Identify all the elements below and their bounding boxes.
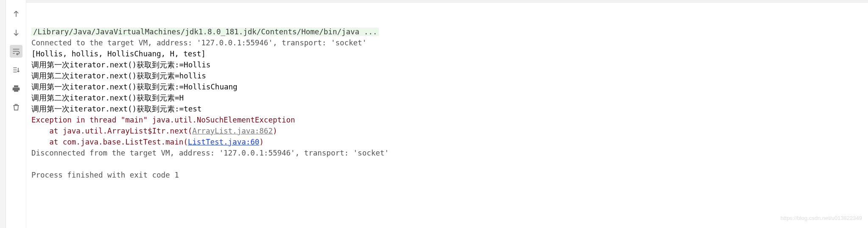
- print-button[interactable]: [10, 82, 22, 95]
- disconnected-line: Disconnected from the target VM, address…: [31, 149, 389, 157]
- trash-icon: [12, 103, 20, 111]
- scroll-to-end-icon: [12, 66, 20, 74]
- java-command-line: /Library/Java/JavaVirtualMachines/jdk1.8…: [31, 28, 379, 36]
- arrow-up-icon: [12, 10, 20, 18]
- left-stripe: [0, 0, 6, 228]
- soft-wrap-button[interactable]: [10, 45, 22, 58]
- console-gutter: [6, 0, 26, 228]
- arrow-down-icon: [12, 28, 20, 37]
- list-output: [Hollis, hollis, HollisChuang, H, test]: [31, 50, 206, 58]
- connected-line: Connected to the target VM, address: '12…: [31, 39, 367, 47]
- call-line: 调用第一次iterator.next()获取到元素:=HollisChuang: [31, 83, 238, 91]
- call-line: 调用第二次iterator.next()获取到元素=hollis: [31, 72, 206, 80]
- stack-frame: at java.util.ArrayList$Itr.next(ArrayLis…: [31, 127, 277, 135]
- stack-link-arraylist[interactable]: ArrayList.java:862: [192, 127, 273, 135]
- watermark-text: https://blog.csdn.net/u013822349: [781, 213, 862, 224]
- stack-frame: at com.java.base.ListTest.main(ListTest.…: [31, 138, 264, 146]
- stack-link-listtest[interactable]: ListTest.java:60: [188, 138, 260, 146]
- exception-line: Exception in thread "main" java.util.NoS…: [31, 116, 295, 124]
- scroll-up-button[interactable]: [10, 8, 22, 20]
- call-line: 调用第二次iterator.next()获取到元素=H: [31, 94, 184, 102]
- call-line: 调用第一次iterator.next()获取到元素:=test: [31, 105, 202, 113]
- scroll-down-button[interactable]: [10, 26, 22, 39]
- console-top-border: [26, 0, 868, 3]
- clear-all-button[interactable]: [10, 101, 22, 114]
- call-line: 调用第一次iterator.next()获取到元素:=Hollis: [31, 61, 210, 69]
- print-icon: [12, 84, 20, 93]
- scroll-to-end-button[interactable]: [10, 64, 22, 76]
- exit-line: Process finished with exit code 1: [31, 171, 179, 179]
- soft-wrap-icon: [12, 47, 20, 56]
- console-output[interactable]: /Library/Java/JavaVirtualMachines/jdk1.8…: [26, 0, 868, 228]
